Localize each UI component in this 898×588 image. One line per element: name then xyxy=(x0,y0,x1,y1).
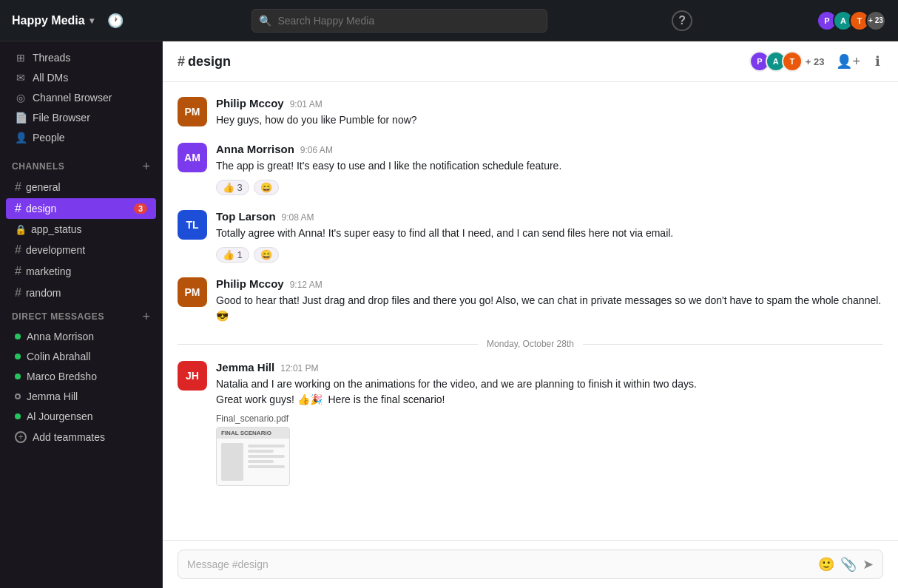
search-icon: 🔍 xyxy=(259,15,271,27)
add-teammates-button[interactable]: + Add teammates xyxy=(6,428,156,447)
add-teammates-label: Add teammates xyxy=(33,431,105,443)
dm-label-marco: Marco Bredsho xyxy=(27,371,97,382)
lock-icon-app-status: 🔒 xyxy=(15,224,27,235)
dm-header: DIRECT MESSAGES + xyxy=(0,304,162,326)
emoji-button[interactable]: 🙂 xyxy=(818,556,834,572)
sidebar-nav: ⊞ Threads ✉ All DMs ◎ Channel Browser 📄 … xyxy=(0,41,162,154)
dm-item-anna[interactable]: Anna Morrison xyxy=(6,327,156,346)
pdf-thumb xyxy=(221,443,243,481)
workspace-button[interactable]: Happy Media ▾ xyxy=(12,14,94,27)
message-body-3: Top Larson 9:08 AM Totally agree with An… xyxy=(216,210,883,263)
channel-item-random[interactable]: # random xyxy=(6,283,156,303)
help-button[interactable]: ? xyxy=(672,10,692,31)
channel-item-app-status[interactable]: 🔒 app_status xyxy=(6,220,156,239)
dm-item-marco[interactable]: Marco Bredsho xyxy=(6,367,156,386)
sidebar: ⊞ Threads ✉ All DMs ◎ Channel Browser 📄 … xyxy=(0,41,163,588)
avatar-philip-1: PM xyxy=(178,97,207,126)
sidebar-item-label-channelbrowser: Channel Browser xyxy=(33,92,147,104)
channel-item-development[interactable]: # development xyxy=(6,240,156,260)
msg-time-5: 12:01 PM xyxy=(280,363,318,374)
message-5: JH Jemma Hill 12:01 PM Natalia and I are… xyxy=(178,361,883,486)
msg-header-5: Jemma Hill 12:01 PM xyxy=(216,361,883,374)
msg-header-1: Philip Mccoy 9:01 AM xyxy=(216,97,883,109)
pdf-header-bar: FINAL SCENARIO xyxy=(217,428,289,439)
channel-label-development: development xyxy=(26,244,85,256)
message-input[interactable] xyxy=(187,558,812,570)
reaction-thumbsup-2[interactable]: 👍 3 xyxy=(216,180,249,195)
msg-text-5: Natalia and I are working on the animati… xyxy=(216,376,883,408)
channel-label-app-status: app_status xyxy=(31,223,82,235)
messages-area: PM Philip Mccoy 9:01 AM Hey guys, how do… xyxy=(163,82,898,540)
channel-label-random: random xyxy=(26,287,61,299)
msg-time-2: 9:06 AM xyxy=(300,145,333,155)
search-bar-container: 🔍 xyxy=(251,9,547,33)
send-button[interactable]: ➤ xyxy=(862,556,874,572)
channel-item-marketing[interactable]: # marketing xyxy=(6,261,156,282)
sidebar-item-file-browser[interactable]: 📄 File Browser xyxy=(6,108,156,127)
message-body-1: Philip Mccoy 9:01 AM Hey guys, how do yo… xyxy=(216,97,883,128)
channel-item-general[interactable]: # general xyxy=(6,177,156,197)
channel-label-design: design xyxy=(26,203,56,214)
message-4: PM Philip Mccoy 9:12 AM Good to hear tha… xyxy=(178,277,883,324)
channel-name: design xyxy=(188,54,231,70)
people-icon: 👤 xyxy=(15,132,27,143)
dm-section: DIRECT MESSAGES + Anna Morrison Colin Ab… xyxy=(0,304,162,427)
top-right: P A T + 23 xyxy=(817,10,886,31)
message-body-4: Philip Mccoy 9:12 AM Good to hear that! … xyxy=(216,277,883,324)
status-dot-colin xyxy=(15,354,21,359)
channel-label-marketing: marketing xyxy=(26,266,71,277)
reaction-smile-2[interactable]: 😄 xyxy=(254,180,279,195)
dm-item-colin[interactable]: Colin Abrahall xyxy=(6,347,156,366)
message-input-wrap: 🙂 📎 ➤ xyxy=(178,550,883,579)
hash-icon-marketing: # xyxy=(15,265,21,278)
reaction-thumbsup-3[interactable]: 👍 1 xyxy=(216,247,249,263)
pdf-preview[interactable]: FINAL SCENARIO xyxy=(216,427,290,486)
pdf-line-5 xyxy=(248,465,285,468)
hash-icon-general: # xyxy=(15,180,21,194)
msg-author-3: Top Larson xyxy=(216,210,276,223)
reactions-2: 👍 3 😄 xyxy=(216,180,883,195)
history-button[interactable]: 🕐 xyxy=(103,8,128,33)
pdf-line-2 xyxy=(248,450,274,453)
all-dms-icon: ✉ xyxy=(15,72,27,84)
channel-item-design[interactable]: # design 3 xyxy=(6,198,156,219)
message-2: AM Anna Morrison 9:06 AM The app is grea… xyxy=(178,143,883,195)
main-layout: ⊞ Threads ✉ All DMs ◎ Channel Browser 📄 … xyxy=(0,41,898,588)
add-channel-button[interactable]: + xyxy=(142,160,150,173)
msg-text-4: Good to hear that! Just drag and drop fi… xyxy=(216,293,883,324)
content-area: # design P A T + 23 👤+ ℹ xyxy=(163,41,898,588)
status-dot-al xyxy=(15,413,21,419)
msg-time-4: 9:12 AM xyxy=(290,280,323,290)
sidebar-item-threads[interactable]: ⊞ Threads xyxy=(6,48,156,67)
channels-header: CHANNELS + xyxy=(0,154,162,176)
ch-avatar-3: T xyxy=(782,51,803,72)
search-input[interactable] xyxy=(251,9,547,33)
add-member-button[interactable]: 👤+ xyxy=(833,50,863,72)
dm-label-al: Al Jourgensen xyxy=(27,410,93,422)
design-badge: 3 xyxy=(134,203,147,214)
date-divider-text: Monday, October 28th xyxy=(478,339,583,349)
sidebar-item-channel-browser[interactable]: ◎ Channel Browser xyxy=(6,88,156,107)
sidebar-item-label-people: People xyxy=(33,132,147,143)
reactions-3: 👍 1 😄 xyxy=(216,247,883,263)
avatar-philip-2: PM xyxy=(178,277,207,307)
workspace-label: Happy Media xyxy=(12,14,85,27)
threads-icon: ⊞ xyxy=(15,52,27,64)
msg-header-2: Anna Morrison 9:06 AM xyxy=(216,143,883,155)
add-dm-button[interactable]: + xyxy=(142,310,150,323)
channel-header: # design P A T + 23 👤+ ℹ xyxy=(163,41,898,82)
attach-button[interactable]: 📎 xyxy=(840,556,857,572)
hash-icon-design: # xyxy=(15,202,21,215)
channel-info-button[interactable]: ℹ xyxy=(872,50,883,72)
dm-item-al[interactable]: Al Jourgensen xyxy=(6,407,156,426)
dm-item-jemma[interactable]: Jemma Hill xyxy=(6,387,156,406)
msg-author-1: Philip Mccoy xyxy=(216,97,284,109)
dm-label-anna: Anna Morrison xyxy=(27,331,94,342)
status-dot-jemma xyxy=(15,393,21,399)
pdf-line-3 xyxy=(248,455,285,458)
msg-author-2: Anna Morrison xyxy=(216,143,294,155)
sidebar-item-people[interactable]: 👤 People xyxy=(6,128,156,147)
sidebar-item-all-dms[interactable]: ✉ All DMs xyxy=(6,68,156,87)
reaction-smile-3[interactable]: 😄 xyxy=(254,247,279,263)
dm-label-colin: Colin Abrahall xyxy=(27,351,90,362)
